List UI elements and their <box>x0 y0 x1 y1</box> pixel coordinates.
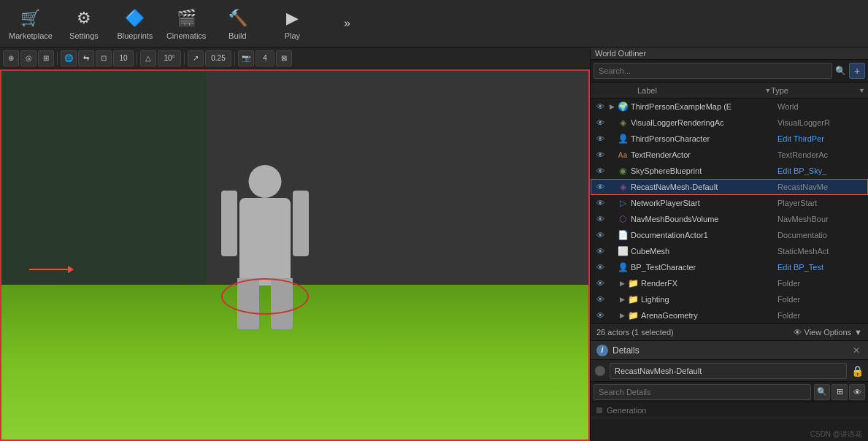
cinematics-label: Cinematics <box>166 31 206 40</box>
vp-snap-btn[interactable]: ⇆ <box>78 50 94 66</box>
right-panel: World Outliner 🔍 + Label ▼ Type ▼ 👁 <box>590 47 868 441</box>
wo-eye-recastnavmesh[interactable]: 👁 <box>594 180 607 193</box>
wo-type-textrenderactor: TextRenderAc <box>777 150 865 159</box>
world-outliner: World Outliner 🔍 + Label ▼ Type ▼ 👁 <box>591 47 868 341</box>
wo-eye-thirdpersonmap[interactable]: 👁 <box>594 100 607 113</box>
vp-camera-speed-btn[interactable]: 4 <box>256 50 274 66</box>
build-icon: 🔨 <box>226 7 249 30</box>
wo-row-renderfx[interactable]: 👁 ▶ 📁 RenderFX Folder <box>591 275 868 291</box>
wo-row-textrenderactor[interactable]: 👁 Aa TextRenderActor TextRenderAc <box>591 147 868 163</box>
vp-world-btn[interactable]: 🌐 <box>61 50 77 66</box>
vp-rotate-btn[interactable]: ◎ <box>20 50 37 66</box>
toolbar-play[interactable]: ▶ Play <box>263 1 321 45</box>
wo-eye-bptestchar[interactable]: 👁 <box>594 261 607 274</box>
toolbar-settings[interactable]: ⚙ Settings <box>58 1 110 45</box>
wo-row-bptestchar[interactable]: 👁 👤 BP_TestCharacter Edit BP_Test <box>591 259 868 275</box>
wo-view-options-button[interactable]: 👁 View Options ▼ <box>794 328 863 337</box>
actor-visibility-dot[interactable] <box>595 366 605 376</box>
wo-expand-renderfx[interactable]: ▶ <box>617 278 627 288</box>
wo-name-skysphereblueprint: SkySphereBlueprint <box>631 166 777 175</box>
wo-type-cubemesh: StaticMeshAct <box>777 247 865 256</box>
toolbar-blueprints[interactable]: 🔷 Blueprints <box>110 1 161 45</box>
wo-name-renderfx: RenderFX <box>641 279 777 288</box>
wo-header: World Outliner <box>591 47 868 60</box>
wo-search-input[interactable] <box>594 63 832 79</box>
wo-add-button[interactable]: + <box>849 63 865 79</box>
vp-camera-btn[interactable]: 📷 <box>238 50 254 66</box>
wo-icon-arenageometry: 📁 <box>627 310 639 321</box>
wo-row-skysphereblueprint[interactable]: 👁 ◉ SkySphereBlueprint Edit BP_Sky_ <box>591 163 868 179</box>
vp-snap-val-btn[interactable]: 0.25 <box>205 50 231 66</box>
wo-eye-lighting[interactable]: 👁 <box>594 293 607 306</box>
wo-eye-visuallogger[interactable]: 👁 <box>594 116 607 129</box>
details-close-icon: ✕ <box>853 345 860 356</box>
vp-transform-btn[interactable]: ⊕ <box>3 50 19 66</box>
wo-type-navmeshboundsvolume: NavMeshBour <box>777 215 865 223</box>
wo-type-recastnavmesh: RecastNavMe <box>777 183 865 191</box>
wo-row-thirdpersonmap[interactable]: 👁 ▶ 🌍 ThirdPersonExampleMap (E World <box>591 99 868 115</box>
wo-row-thirdpersonchar[interactable]: 👁 👤 ThirdPersonCharacter Edit ThirdPer <box>591 131 868 147</box>
wo-expand-thirdpersonmap[interactable]: ▶ <box>607 101 617 112</box>
vp-angle-btn[interactable]: 10° <box>158 50 181 66</box>
wo-name-visuallogger: VisualLoggerRenderingAc <box>631 118 777 127</box>
wo-eye-arenageometry[interactable]: 👁 <box>594 309 607 322</box>
vp-sep1 <box>57 52 58 65</box>
wo-eye-cubemesh[interactable]: 👁 <box>594 245 607 258</box>
vp-maximize-btn[interactable]: ⊠ <box>276 50 292 66</box>
wo-row-visuallogger[interactable]: 👁 ◈ VisualLoggerRenderingAc VisualLogger… <box>591 115 868 131</box>
wo-eye-renderfx[interactable]: 👁 <box>594 277 607 290</box>
toolbar-marketplace[interactable]: 🛒 Marketplace <box>3 1 58 45</box>
wo-actor-count: 26 actors (1 selected) <box>596 328 674 337</box>
wo-name-cubemesh: CubeMesh <box>631 247 777 256</box>
details-grid-btn[interactable]: ⊞ <box>831 384 848 400</box>
wo-type-renderfx: Folder <box>777 279 865 288</box>
wo-row-networkplayerstart[interactable]: 👁 ▷ NetworkPlayerStart PlayerStart <box>591 195 868 211</box>
wo-row-cubemesh[interactable]: 👁 ⬜ CubeMesh StaticMeshAct <box>591 243 868 259</box>
vp-sep3 <box>184 52 185 65</box>
toolbar-cinematics[interactable]: 🎬 Cinematics <box>161 1 212 45</box>
details-panel: i Details ✕ 🔒 🔍 ⊞ 👁 <box>591 341 868 441</box>
wo-eye-docactor[interactable]: 👁 <box>594 229 607 242</box>
vp-grid-btn[interactable]: ⊡ <box>96 50 112 66</box>
toolbar-more[interactable]: » <box>321 1 372 45</box>
vp-angle-icon[interactable]: △ <box>140 50 156 66</box>
wo-eye-networkplayerstart[interactable]: 👁 <box>594 196 607 210</box>
build-label: Build <box>228 31 246 40</box>
wo-eye-navmeshboundsvolume[interactable]: 👁 <box>594 212 607 226</box>
details-search-input[interactable] <box>594 384 811 400</box>
wo-actor-list: 👁 ▶ 🌍 ThirdPersonExampleMap (E World 👁 ◈… <box>591 99 868 323</box>
wo-row-recastnavmesh[interactable]: 👁 ◈ RecastNavMesh-Default RecastNavMe <box>591 179 868 195</box>
cinematics-icon: 🎬 <box>174 7 198 30</box>
actor-lock-icon[interactable]: 🔒 <box>851 365 864 377</box>
vp-scale-btn[interactable]: ⊞ <box>38 50 54 66</box>
char-body <box>239 198 291 285</box>
details-search-icon-btn[interactable]: 🔍 <box>814 384 830 400</box>
details-eye-btn[interactable]: 👁 <box>849 384 865 400</box>
char-arm-left <box>221 191 237 256</box>
actor-name-input[interactable] <box>610 363 847 379</box>
wo-row-navmeshboundsvolume[interactable]: 👁 ⬡ NavMeshBoundsVolume NavMeshBour <box>591 211 868 227</box>
wo-status-bar: 26 actors (1 selected) 👁 View Options ▼ <box>591 323 868 341</box>
wo-row-lighting[interactable]: 👁 ▶ 📁 Lighting Folder <box>591 291 868 307</box>
blueprints-label: Blueprints <box>117 31 153 40</box>
wo-row-docactor[interactable]: 👁 📄 DocumentationActor1 Documentatio <box>591 227 868 243</box>
wo-row-arenageometry[interactable]: 👁 ▶ 📁 ArenaGeometry Folder <box>591 307 868 323</box>
3d-viewport[interactable] <box>0 69 590 441</box>
char-head <box>248 165 281 198</box>
details-close-button[interactable]: ✕ <box>850 345 862 356</box>
vp-snap-loc-btn[interactable]: ↗ <box>188 50 204 66</box>
wo-count-text: 26 actors (1 selected) <box>596 328 674 337</box>
more-icon: » <box>335 12 358 35</box>
wo-icon-lighting: 📁 <box>627 294 639 305</box>
wo-eye-thirdpersonchar[interactable]: 👁 <box>594 132 607 145</box>
wo-expand-arenageometry[interactable]: ▶ <box>617 310 627 321</box>
wo-eye-textrenderactor[interactable]: 👁 <box>594 148 607 161</box>
wo-eye-skysphereblueprint[interactable]: 👁 <box>594 164 607 177</box>
wo-expand-lighting[interactable]: ▶ <box>617 294 627 304</box>
wo-name-networkplayerstart: NetworkPlayerStart <box>631 199 777 207</box>
wo-name-bptestchar: BP_TestCharacter <box>631 263 777 272</box>
toolbar-build[interactable]: 🔨 Build <box>212 1 263 45</box>
wo-type-arenageometry: Folder <box>777 311 865 320</box>
details-generation-row: Generation <box>591 402 868 418</box>
vp-grid-size-btn[interactable]: 10 <box>113 50 134 66</box>
